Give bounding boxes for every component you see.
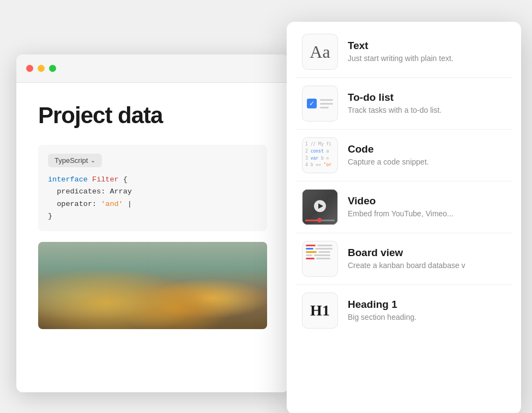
code-line-1: interface Filter { bbox=[48, 174, 257, 186]
maximize-button[interactable] bbox=[49, 65, 56, 72]
divider-5 bbox=[295, 284, 512, 285]
board-menu-text: Board view Create a kanban board databas… bbox=[348, 247, 506, 271]
menu-item-board[interactable]: Board view Create a kanban board databas… bbox=[291, 235, 517, 282]
board-item-title: Board view bbox=[348, 247, 506, 259]
menu-item-code[interactable]: 1 // My fi 2 const a 3 var b = 4 b += "o… bbox=[291, 132, 517, 179]
divider-2 bbox=[295, 129, 512, 130]
divider-1 bbox=[295, 77, 512, 78]
code-icon: 1 // My fi 2 const a 3 var b = 4 b += "o… bbox=[302, 137, 338, 173]
play-button-icon bbox=[314, 200, 326, 212]
code-content: interface Filter { predicates: Array ope… bbox=[48, 174, 257, 222]
menu-item-video[interactable]: Video Embed from YouTube, Vimeo... bbox=[291, 184, 517, 230]
close-button[interactable] bbox=[26, 65, 33, 72]
board-item-desc: Create a kanban board database v bbox=[348, 260, 506, 271]
video-progress-fill bbox=[305, 220, 316, 221]
code-menu-text: Code Capture a code snippet. bbox=[348, 143, 506, 168]
todo-item-desc: Track tasks with a to-do list. bbox=[348, 105, 506, 116]
heading1-item-title: Heading 1 bbox=[348, 299, 506, 311]
video-item-desc: Embed from YouTube, Vimeo... bbox=[348, 209, 506, 220]
heading1-item-desc: Big section heading. bbox=[348, 312, 506, 323]
menu-item-text[interactable]: Aa Text Just start writing with plain te… bbox=[291, 28, 517, 75]
text-icon: Aa bbox=[302, 34, 338, 70]
code-line-4: } bbox=[48, 210, 257, 222]
menu-item-heading1[interactable]: H1 Heading 1 Big section heading. bbox=[291, 287, 517, 334]
language-selector[interactable]: TypeScript bbox=[48, 154, 102, 167]
block-type-menu: Aa Text Just start writing with plain te… bbox=[287, 22, 521, 413]
window-content: Project data TypeScript interface Filter… bbox=[16, 83, 289, 349]
menu-item-todo[interactable]: ✓ To-do list Track tasks with a to-do li… bbox=[291, 80, 517, 127]
code-line-3: operator: 'and' | bbox=[48, 198, 257, 210]
todo-icon: ✓ bbox=[302, 86, 338, 122]
video-item-title: Video bbox=[348, 195, 506, 207]
heading1-icon: H1 bbox=[302, 293, 338, 329]
todo-item-title: To-do list bbox=[348, 92, 506, 104]
code-line-2: predicates: Array bbox=[48, 186, 257, 198]
page-title: Project data bbox=[38, 102, 267, 129]
titlebar bbox=[16, 54, 289, 83]
text-item-desc: Just start writing with plain text. bbox=[348, 53, 506, 64]
code-editor: TypeScript interface Filter { predicates… bbox=[38, 145, 267, 231]
heading1-menu-text: Heading 1 Big section heading. bbox=[348, 299, 506, 323]
image-content bbox=[38, 242, 267, 329]
text-menu-text: Text Just start writing with plain text. bbox=[348, 40, 506, 64]
video-menu-text: Video Embed from YouTube, Vimeo... bbox=[348, 195, 506, 220]
todo-line-1 bbox=[320, 99, 333, 101]
todo-line-2 bbox=[320, 103, 333, 105]
todo-menu-text: To-do list Track tasks with a to-do list… bbox=[348, 92, 506, 116]
todo-line-3 bbox=[320, 107, 329, 108]
minimize-button[interactable] bbox=[38, 65, 45, 72]
background-window: Project data TypeScript interface Filter… bbox=[16, 54, 289, 392]
heading-h1-label: H1 bbox=[310, 302, 330, 319]
board-icon bbox=[302, 241, 338, 277]
video-icon bbox=[302, 189, 338, 225]
code-item-desc: Capture a code snippet. bbox=[348, 157, 506, 168]
text-item-title: Text bbox=[348, 40, 506, 52]
video-scrubber bbox=[317, 218, 322, 222]
code-item-title: Code bbox=[348, 143, 506, 155]
divider-3 bbox=[295, 181, 512, 181]
divider-4 bbox=[295, 233, 512, 233]
checkbox-icon: ✓ bbox=[307, 99, 317, 108]
todo-lines bbox=[320, 99, 333, 108]
image-block bbox=[38, 242, 267, 329]
